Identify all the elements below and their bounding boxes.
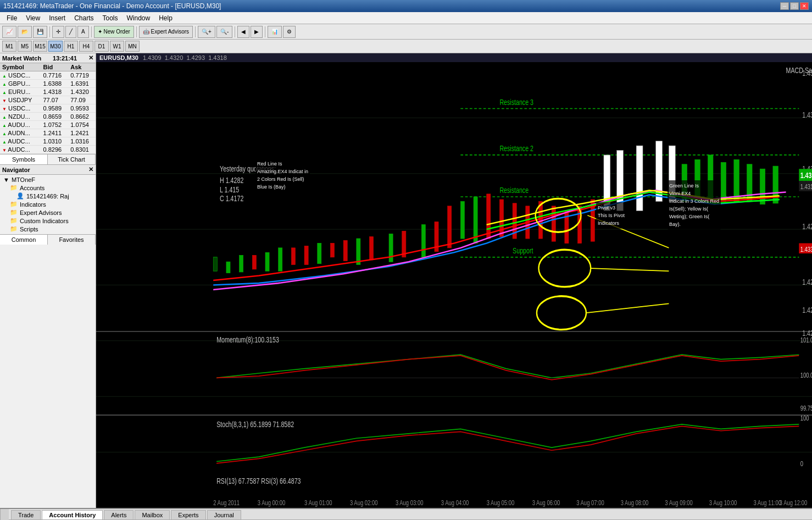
- svg-text:1.4338: 1.4338: [800, 245, 812, 253]
- minimize-button[interactable]: ─: [780, 2, 789, 10]
- nav-tab-common[interactable]: Common: [0, 235, 48, 245]
- mw-row[interactable]: ▲ USDC... 0.7716 0.7719: [0, 71, 96, 80]
- mw-ask: 1.0316: [68, 137, 96, 146]
- svg-text:C 1.4172: C 1.4172: [220, 194, 243, 203]
- navigator-close[interactable]: ✕: [88, 166, 93, 173]
- tf-d1[interactable]: D1: [94, 41, 109, 52]
- svg-rect-34: [421, 225, 425, 257]
- svg-text:1.4235: 1.4235: [802, 305, 812, 314]
- save-button[interactable]: 💾: [33, 26, 47, 38]
- svg-text:3 Aug 01:00: 3 Aug 01:00: [304, 498, 332, 506]
- tab-experts[interactable]: Experts: [171, 510, 205, 519]
- sep6: [265, 26, 265, 37]
- mw-row[interactable]: ▲ NZDU... 0.8659 0.8662: [0, 113, 96, 121]
- new-chart-button[interactable]: 📈: [2, 26, 16, 38]
- mw-row[interactable]: ▼ AUDC... 0.8296 0.8301: [0, 146, 96, 154]
- line-button[interactable]: ╱: [65, 26, 76, 38]
- tf-h4[interactable]: H4: [79, 41, 93, 52]
- svg-rect-35: [460, 201, 464, 239]
- svg-rect-64: [552, 206, 555, 241]
- svg-text:Resistance: Resistance: [499, 185, 529, 195]
- open-button[interactable]: 📂: [18, 26, 32, 38]
- bottom-panel: Terminal Trade Account History Alerts Ma…: [0, 508, 812, 520]
- expert-advisors-button[interactable]: 🤖 Expert Advisors: [139, 26, 193, 38]
- tf-m30[interactable]: M30: [48, 41, 63, 52]
- mw-row[interactable]: ▲ EURU... 1.4318 1.4320: [0, 88, 96, 96]
- tab-trade[interactable]: Trade: [11, 510, 41, 519]
- mw-col-symbol: Symbol: [0, 63, 41, 71]
- mw-tab-symbols[interactable]: Symbols: [0, 154, 48, 164]
- nav-expand-icon: 👤: [16, 192, 24, 200]
- nav-item[interactable]: 📁 Scripts: [1, 225, 94, 233]
- text-button[interactable]: A: [77, 26, 89, 38]
- mw-bid: 1.4318: [41, 88, 69, 96]
- svg-rect-30: [279, 248, 282, 271]
- tab-account-history[interactable]: Account History: [42, 510, 103, 519]
- tf-mn[interactable]: MN: [125, 41, 140, 52]
- mw-ask: 1.2421: [68, 129, 96, 137]
- tf-m15[interactable]: M15: [33, 41, 47, 52]
- svg-text:3 Aug 09:00: 3 Aug 09:00: [665, 498, 693, 506]
- indicator-button[interactable]: 📊: [268, 26, 282, 38]
- nav-item[interactable]: 👤 151421469: Raj: [1, 192, 94, 200]
- nav-item[interactable]: 📁 Custom Indicators: [1, 217, 94, 225]
- svg-text:3 Aug 12:00: 3 Aug 12:00: [780, 498, 808, 506]
- mw-row[interactable]: ▼ USDJPY 77.07 77.09: [0, 96, 96, 104]
- zoom-in-button[interactable]: 🔍+: [198, 26, 215, 38]
- scroll-left-button[interactable]: ◀: [237, 26, 249, 38]
- svg-text:3 Aug 00:00: 3 Aug 00:00: [258, 498, 286, 506]
- template-button[interactable]: ⚙: [283, 26, 296, 38]
- svg-text:3 Aug 05:00: 3 Aug 05:00: [487, 498, 515, 506]
- maximize-button[interactable]: □: [790, 2, 799, 10]
- svg-rect-27: [226, 262, 230, 273]
- mw-symbol: ▼ USDJPY: [0, 96, 41, 104]
- menu-tools[interactable]: Tools: [98, 13, 123, 23]
- titlebar: 151421469: MetaTrader - One Financial - …: [0, 0, 812, 12]
- close-button[interactable]: ✕: [800, 2, 809, 10]
- svg-text:Resistance 3: Resistance 3: [499, 97, 533, 107]
- terminal-label[interactable]: Terminal: [0, 509, 9, 520]
- svg-text:3 Aug 07:00: 3 Aug 07:00: [576, 498, 604, 506]
- svg-text:3 Aug 03:00: 3 Aug 03:00: [396, 498, 424, 506]
- nav-item[interactable]: 📁 Expert Advisors: [1, 208, 94, 217]
- menu-view[interactable]: View: [21, 13, 45, 23]
- scroll-right-button[interactable]: ▶: [251, 26, 263, 38]
- bottom-tabs: Trade Account History Alerts Mailbox Exp…: [9, 509, 812, 520]
- svg-text:1.4310: 1.4310: [800, 182, 812, 191]
- mw-ask: 1.0754: [68, 121, 96, 129]
- tf-h1[interactable]: H1: [64, 41, 78, 52]
- menu-charts[interactable]: Charts: [70, 13, 98, 23]
- svg-text:Stoch(8,3,1) 65.1899 71.8582: Stoch(8,3,1) 65.1899 71.8582: [216, 419, 294, 429]
- mw-row[interactable]: ▲ AUDN... 1.2411 1.2421: [0, 129, 96, 137]
- mw-row[interactable]: ▲ AUDC... 1.0310 1.0316: [0, 137, 96, 146]
- tf-m1[interactable]: M1: [2, 41, 16, 52]
- mw-tab-tick[interactable]: Tick Chart: [48, 154, 96, 164]
- nav-item[interactable]: 📁 Accounts: [1, 184, 94, 192]
- mw-bid: 0.9589: [41, 104, 69, 113]
- mw-row[interactable]: ▲ GBPU... 1.6388 1.6391: [0, 80, 96, 88]
- tab-mailbox[interactable]: Mailbox: [135, 510, 170, 519]
- menu-window[interactable]: Window: [123, 13, 155, 23]
- nav-tab-favorites[interactable]: Favorites: [48, 235, 96, 245]
- zoom-out-button[interactable]: 🔍-: [216, 26, 232, 38]
- nav-item[interactable]: ▼ MTOneF: [1, 176, 94, 184]
- mw-row[interactable]: ▲ AUDU... 1.0752 1.0754: [0, 121, 96, 129]
- tf-m5[interactable]: M5: [18, 41, 32, 52]
- mw-ask: 77.09: [68, 96, 96, 104]
- svg-rect-51: [291, 248, 295, 264]
- menu-insert[interactable]: Insert: [45, 13, 70, 23]
- svg-rect-54: [343, 240, 347, 261]
- chart-canvas[interactable]: 1.4360 1.4335 1.4318 1.4310 1.4285 1.426…: [96, 62, 812, 508]
- nav-item[interactable]: 📁 Indicators: [1, 200, 94, 208]
- market-watch-close[interactable]: ✕: [88, 54, 93, 62]
- menu-file[interactable]: File: [2, 13, 21, 23]
- tab-journal[interactable]: Journal: [207, 510, 241, 519]
- tf-w1[interactable]: W1: [110, 41, 124, 52]
- new-order-button[interactable]: ✦ New Order: [94, 26, 134, 38]
- mw-bid: 1.6388: [41, 80, 69, 88]
- menu-help[interactable]: Help: [154, 13, 177, 23]
- crosshair-button[interactable]: ✛: [52, 26, 64, 38]
- svg-rect-50: [252, 255, 256, 269]
- tab-alerts[interactable]: Alerts: [104, 510, 134, 519]
- mw-row[interactable]: ▼ USDC... 0.9589 0.9593: [0, 104, 96, 113]
